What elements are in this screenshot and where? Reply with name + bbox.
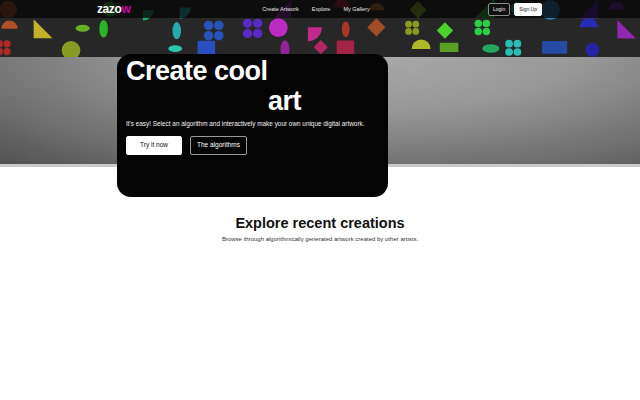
signup-button[interactable]: Sign Up <box>514 3 542 16</box>
logo-text: zazo <box>97 2 121 16</box>
hero-card: Create cool art It's easy! Select an alg… <box>117 54 388 197</box>
navbar: zazow Create Artwork Explore My Gallery … <box>0 0 640 18</box>
hero-title-line2: art <box>126 86 379 116</box>
nav-item-explore[interactable]: Explore <box>312 6 331 12</box>
logo[interactable]: zazow <box>97 3 130 15</box>
hero-actions: Try it now The algorithms <box>126 136 379 155</box>
explore-subheading: Browse through algorithmically generated… <box>0 236 640 242</box>
hero-title-line1: Create cool <box>126 56 379 86</box>
try-it-now-button[interactable]: Try it now <box>126 136 182 155</box>
hero-subtitle: It's easy! Select an algorithm and inter… <box>126 120 379 127</box>
the-algorithms-button[interactable]: The algorithms <box>190 136 247 155</box>
auth-buttons: Login Sign Up <box>488 3 542 16</box>
logo-accent-letter: w <box>121 2 130 16</box>
hero-title: Create cool art <box>126 56 379 116</box>
nav-links: Create Artwork Explore My Gallery <box>262 6 369 12</box>
header-band: zazow Create Artwork Explore My Gallery … <box>0 0 640 57</box>
zazow-homepage: zazow Create Artwork Explore My Gallery … <box>0 0 640 400</box>
nav-item-my-gallery[interactable]: My Gallery <box>343 6 369 12</box>
nav-item-create-artwork[interactable]: Create Artwork <box>262 6 298 12</box>
explore-heading: Explore recent creations <box>0 215 640 231</box>
login-button[interactable]: Login <box>488 3 510 16</box>
